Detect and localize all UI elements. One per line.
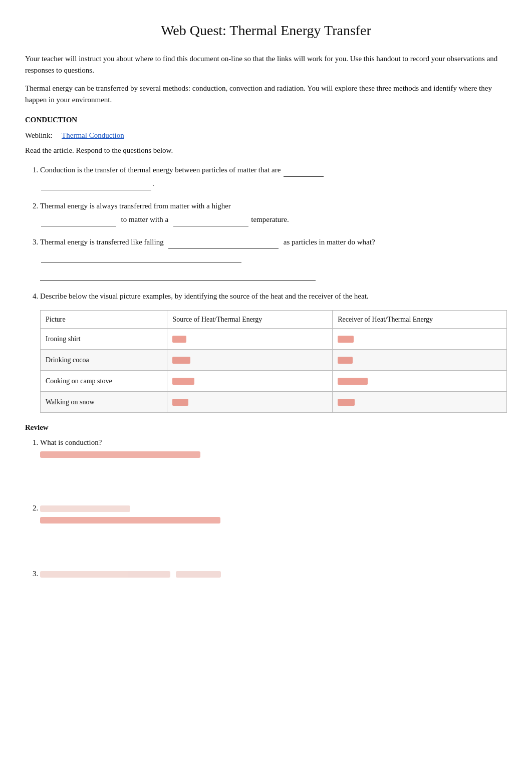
q2-blank-2[interactable] (173, 226, 248, 226)
question-3: Thermal energy is transferred like falli… (40, 235, 507, 281)
heat-transfer-table: Picture Source of Heat/Thermal Energy Re… (40, 310, 507, 413)
table-row: Drinking cocoa (41, 349, 507, 370)
table-cell-picture: Drinking cocoa (41, 349, 167, 370)
table-row: Cooking on camp stove (41, 370, 507, 391)
question-4: Describe below the visual picture exampl… (40, 290, 507, 413)
q2-text-after: temperature. (251, 215, 289, 223)
q3-text-before: Thermal energy is transferred like falli… (40, 238, 164, 246)
table-header-picture: Picture (41, 310, 167, 328)
review-questions-list: What is conduction? (40, 437, 507, 591)
review-q2 (40, 502, 507, 559)
table-cell-source[interactable] (167, 370, 333, 391)
q1-text: Conduction is the transfer of thermal en… (40, 166, 281, 174)
bottom-spacer (25, 600, 507, 640)
review-q1: What is conduction? (40, 437, 507, 493)
q3-blank-3[interactable] (40, 280, 316, 281)
weblink-label: Weblink: (25, 131, 53, 139)
table-cell-receiver[interactable] (333, 349, 507, 370)
table-cell-receiver[interactable] (333, 328, 507, 349)
table-header-receiver: Receiver of Heat/Thermal Energy (333, 310, 507, 328)
page-title: Web Quest: Thermal Energy Transfer (25, 20, 507, 41)
q1-blank-1[interactable] (284, 176, 324, 177)
review-q1-answer[interactable] (40, 451, 200, 458)
q2-text-before: Thermal energy is always transferred fro… (40, 202, 231, 210)
table-row: Walking on snow (41, 391, 507, 412)
question-1: Conduction is the transfer of thermal en… (40, 163, 507, 190)
q2-text-middle: to matter with a (119, 215, 172, 223)
table-cell-receiver[interactable] (333, 391, 507, 412)
table-header-row: Picture Source of Heat/Thermal Energy Re… (41, 310, 507, 328)
review-label: Review (25, 422, 507, 433)
q3-blank-2[interactable] (41, 262, 241, 263)
table-cell-source[interactable] (167, 328, 333, 349)
table-cell-picture: Cooking on camp stove (41, 370, 167, 391)
questions-list: Conduction is the transfer of thermal en… (40, 163, 507, 413)
q3-blank-1[interactable] (168, 248, 279, 249)
table-cell-receiver[interactable] (333, 370, 507, 391)
table-cell-source[interactable] (167, 391, 333, 412)
table-cell-source[interactable] (167, 349, 333, 370)
table-header-source: Source of Heat/Thermal Energy (167, 310, 333, 328)
review-q3 (40, 568, 507, 591)
q3-text-after: as particles in matter do what? (284, 238, 375, 246)
intro-paragraph-2: Thermal energy can be transferred by sev… (25, 83, 507, 105)
thermal-conduction-link[interactable]: Thermal Conduction (62, 131, 124, 139)
read-article-instruction: Read the article. Respond to the questio… (25, 145, 507, 156)
q1-blank-2[interactable] (41, 190, 151, 190)
question-2: Thermal energy is always transferred fro… (40, 199, 507, 226)
table-row: Ironing shirt (41, 328, 507, 349)
review-section: Review What is conduction? (25, 422, 507, 591)
table-cell-picture: Walking on snow (41, 391, 167, 412)
q2-blank-1[interactable] (41, 226, 116, 226)
review-q2-redacted-question (40, 504, 130, 512)
weblink-row: Weblink: Thermal Conduction (25, 130, 507, 141)
table-cell-picture: Ironing shirt (41, 328, 167, 349)
conduction-heading: CONDUCTION (25, 114, 507, 126)
q4-text: Describe below the visual picture exampl… (40, 292, 369, 300)
review-q1-text: What is conduction? (40, 438, 102, 446)
review-q2-answer[interactable] (40, 517, 220, 524)
intro-paragraph-1: Your teacher will instruct you about whe… (25, 53, 507, 76)
review-q3-redacted-question (40, 570, 221, 578)
